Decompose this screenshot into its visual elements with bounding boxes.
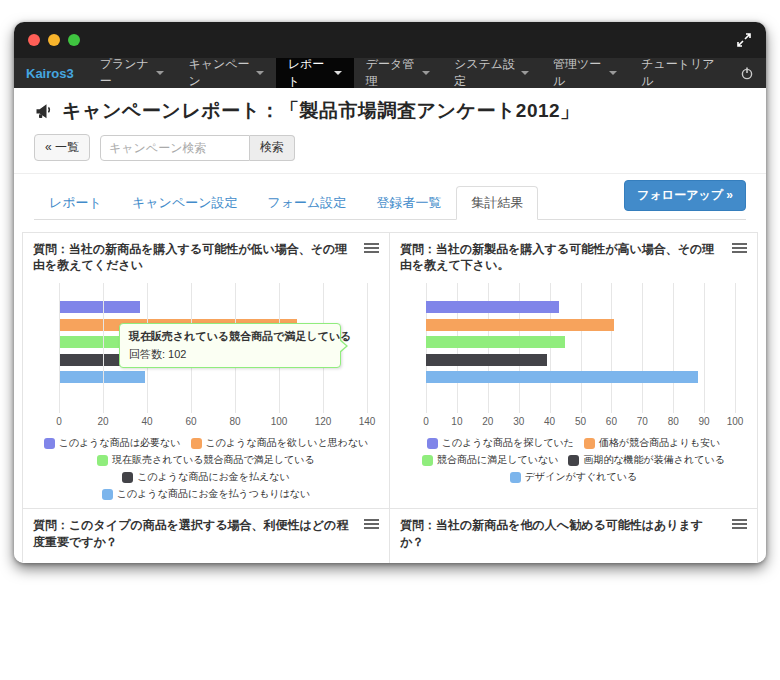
brand-logo[interactable]: Kairos3 [14,58,88,88]
bar-0[interactable] [59,301,140,313]
gridline [103,283,104,413]
app-window: Kairos3 プランナー キャンペーン レポート データ管理 システム設定 管… [14,22,766,563]
campaign-icon [34,101,54,121]
chart-title: 質問：当社の新製品を購入する可能性が高い場合、その理由を教えて下さい。 [400,241,732,273]
legend: このような商品は必要ないこのような商品を欲しいと思わない現在販売されている競合商… [33,436,379,504]
fullscreen-icon[interactable] [736,32,752,48]
legend-item[interactable]: デザインがすぐれている [510,470,638,484]
campaign-search-input[interactable] [100,135,250,161]
x-tick-label: 10 [451,416,462,427]
x-tick-label: 40 [141,416,152,427]
x-tick-label: 100 [271,416,288,427]
legend-item[interactable]: このような商品にお金を払えない [122,470,290,484]
chevron-down-icon [156,71,164,75]
legend-item[interactable]: 価格が競合商品よりも安い [584,436,720,450]
legend-item[interactable]: このような商品は必要ない [44,436,181,450]
chart-panel-recommend-likelihood: 質問：当社の新商品を他の人へ勧める可能性はありますか？ 非常に低い: 6.91 … [390,509,757,563]
legend-swatch [191,438,202,449]
x-axis: 020406080100120140 [59,416,367,430]
legend-swatch [97,455,108,466]
chevron-down-icon [334,71,342,75]
x-tick-label: 20 [482,416,493,427]
x-tick-label: 120 [315,416,332,427]
tab-registrants[interactable]: 登録者一覧 [361,186,456,220]
x-tick-label: 100 [727,416,744,427]
power-icon [740,66,754,80]
legend-swatch [510,472,521,483]
x-tick-label: 40 [544,416,555,427]
chevron-down-icon [609,71,617,75]
followup-button[interactable]: フォローアップ » [624,180,746,211]
chevron-down-icon [422,71,430,75]
search-button[interactable]: 検索 [250,135,295,161]
legend-swatch [102,489,113,500]
close-window-button[interactable] [28,34,40,46]
chart-menu-icon[interactable] [732,241,747,255]
plot-area: 現在販売されている競合商品で満足している 回答数: 102 [59,283,367,413]
legend-swatch [422,455,433,466]
bar-0[interactable] [426,301,559,313]
x-tick-label: 60 [606,416,617,427]
x-axis: 0102030405060708090100 [426,416,735,430]
nav-item-data[interactable]: データ管理 [354,58,442,88]
main-nav: Kairos3 プランナー キャンペーン レポート データ管理 システム設定 管… [14,58,766,88]
chevron-down-icon [521,71,529,75]
legend-swatch [568,455,579,466]
nav-item-tutorial[interactable]: チュートリアル [629,58,728,88]
bar-3[interactable] [426,354,547,366]
nav-item-planner[interactable]: プランナー [88,58,177,88]
nav-item-campaign[interactable]: キャンペーン [176,58,275,88]
x-tick-label: 0 [56,416,62,427]
tab-report[interactable]: レポート [34,186,117,220]
x-tick-label: 80 [668,416,679,427]
gridline [704,283,705,413]
legend-swatch [584,438,595,449]
legend-item[interactable]: このような商品にお金を払うつもりはない [102,487,311,501]
bar-2[interactable] [426,336,565,348]
bar-1[interactable] [426,319,614,331]
tabs-row: レポート キャンペーン設定 フォーム設定 登録者一覧 集計結果 フォローアップ … [14,174,766,220]
legend-item[interactable]: 現在販売されている競合商品で満足している [97,453,314,467]
chart-menu-icon[interactable] [364,241,379,255]
nav-item-admin-tools[interactable]: 管理ツール [541,58,629,88]
legend-item[interactable]: このような商品を探していた [427,436,574,450]
x-tick-label: 140 [359,416,376,427]
page-header: キャンペーンレポート：「製品市場調査アンケート2012」 « 一覧 検索 [14,88,766,174]
x-tick-label: 80 [229,416,240,427]
pie-chart: あまり重要ではない: 9.45 % 非常に重要である: 12.36 % どちらか… [33,554,379,563]
legend-item[interactable]: このような商品を欲しいと思わない [191,436,369,450]
bar-4[interactable] [59,371,145,383]
nav-item-report[interactable]: レポート [276,58,354,88]
chart-tooltip: 現在販売されている競合商品で満足している 回答数: 102 [119,323,341,368]
chart-menu-icon[interactable] [732,517,747,531]
tab-form-settings[interactable]: フォーム設定 [252,186,361,220]
tab-campaign-settings[interactable]: キャンペーン設定 [117,186,253,220]
gridline [581,283,582,413]
chart-menu-icon[interactable] [364,517,379,531]
toolbar: « 一覧 検索 [34,134,746,161]
bar-chart: 0102030405060708090100 このような商品を探していた価格が競… [400,283,747,487]
back-to-list-button[interactable]: « 一覧 [34,134,90,161]
pie-connectors [33,554,405,563]
legend-item[interactable]: 画期的な機能が装備されている [568,453,725,467]
x-tick-label: 50 [575,416,586,427]
bar-4[interactable] [426,371,698,383]
x-tick-label: 30 [513,416,524,427]
zoom-window-button[interactable] [68,34,80,46]
gridline [611,283,612,413]
nav-item-system[interactable]: システム設定 [442,58,541,88]
chart-title: 質問：このタイプの商品を選択する場合、利便性はどの程度重要ですか？ [33,517,364,549]
chart-panel-low-purchase-reasons: 質問：当社の新商品を購入する可能性が低い場合、その理由を教えてください 現在販売… [23,233,390,509]
minimize-window-button[interactable] [48,34,60,46]
tab-aggregate-results[interactable]: 集計結果 [456,186,538,220]
pie-chart: 非常に低い: 6.91 % 非常に高い: 8.73 % どちらかといえば...:… [400,554,747,563]
legend-swatch [44,438,55,449]
logout-button[interactable] [728,58,766,88]
chart-title: 質問：当社の新商品を他の人へ勧める可能性はありますか？ [400,517,732,549]
chevron-down-icon [256,71,264,75]
legend-item[interactable]: 競合商品に満足していない [422,453,558,467]
x-tick-label: 0 [423,416,429,427]
x-tick-label: 90 [699,416,710,427]
gridline [673,283,674,413]
plot-area [426,283,735,413]
